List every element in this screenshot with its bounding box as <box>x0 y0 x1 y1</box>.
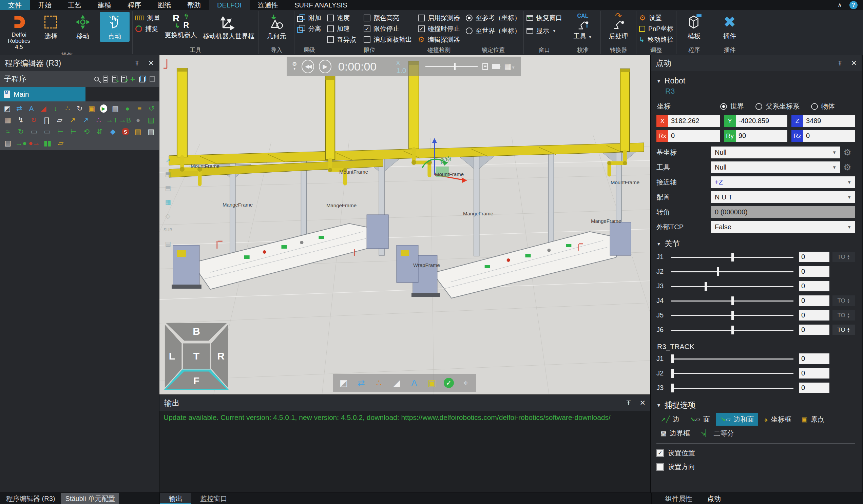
tab-program-editor[interactable]: 程序编辑器 (R3) <box>3 494 58 503</box>
cube-view-icon[interactable]: ◇ <box>163 212 172 220</box>
add-program-icon[interactable]: + <box>130 76 135 83</box>
tree-item-main[interactable]: Main <box>0 87 86 101</box>
j5-to-spinner[interactable]: TO▲▼ <box>833 310 855 320</box>
layers-icon[interactable]: ▤ <box>163 170 172 178</box>
conveyor-icon[interactable]: ≡ <box>136 104 143 113</box>
speed-slider[interactable] <box>425 62 478 71</box>
message-panel-checkbox[interactable]: 消息面板输出 <box>364 35 412 45</box>
rewind-button[interactable]: ◀◀ <box>302 60 314 73</box>
snap-button[interactable]: 捕捉 <box>135 24 160 34</box>
j3-value[interactable]: 0 <box>799 281 829 291</box>
scene-3d[interactable] <box>160 55 650 394</box>
insert-down-icon[interactable]: ↓ <box>52 104 59 113</box>
grid-icon[interactable]: ▦ <box>3 116 12 125</box>
j6-value[interactable]: 0 <box>799 325 829 335</box>
help-icon[interactable]: ? <box>849 1 858 9</box>
settings-button[interactable]: ⚙设置 <box>639 13 673 23</box>
rz-field[interactable]: Rz0 <box>791 130 855 142</box>
postprocess-button[interactable]: ↷ 后处理 <box>603 12 633 42</box>
path-points-icon[interactable]: ∴ <box>64 104 72 113</box>
doc-icon[interactable]: ▤ <box>147 127 155 136</box>
select-mode-icon[interactable]: ◩ <box>338 377 349 389</box>
export-program-icon[interactable]: ↗ <box>121 76 126 83</box>
signal-out-icon[interactable]: ●→ <box>30 139 39 148</box>
path-arrow-icon[interactable]: ↗ <box>68 116 77 125</box>
calibration-tool-button[interactable]: CAL 工具 ▼ <box>568 12 598 42</box>
jog-button[interactable]: 点动 <box>100 12 129 42</box>
program-tree-empty-area[interactable] <box>0 150 159 492</box>
tab-staubli-config[interactable]: Stäubli 单元配置 <box>61 493 119 504</box>
output-message[interactable]: Update available. Current version: 4.5.0… <box>160 411 650 424</box>
swap-mode-icon[interactable]: ⇄ <box>355 377 367 389</box>
cycle-icon[interactable]: ↺ <box>148 104 155 113</box>
pin-icon[interactable]: Ŧ <box>627 399 631 407</box>
detach-button[interactable]: 分离 <box>297 24 321 34</box>
x-field[interactable]: X3182.262 <box>656 115 720 127</box>
template-button[interactable]: 模板 <box>679 12 709 42</box>
approach-dropdown[interactable]: +Z▼ <box>711 176 855 188</box>
text-edit-icon[interactable]: A <box>27 104 35 113</box>
pin-icon[interactable]: Ŧ <box>838 59 842 67</box>
playback-speed[interactable]: x 1.0 <box>396 58 410 75</box>
confirm-icon[interactable]: ✓ <box>444 378 454 388</box>
yellow-part-icon[interactable]: ▱ <box>56 139 65 148</box>
path-arrow-blue-icon[interactable]: ↗ <box>82 116 90 125</box>
joints-section-header[interactable]: ▼关节 <box>656 238 855 249</box>
play-button[interactable]: ▶ <box>319 60 332 73</box>
move-path-button[interactable]: ↳移动路径 <box>639 35 673 45</box>
expand-view-icon[interactable]: ↗ <box>163 156 172 164</box>
j2-slider[interactable] <box>671 264 793 279</box>
swap-robot-button[interactable]: R↰↳R 更换机器人 <box>162 12 199 40</box>
zigzag-icon[interactable]: ↯ <box>16 116 25 125</box>
edit-detector-button[interactable]: ⚙编辑探测器 <box>418 35 460 45</box>
y-field[interactable]: Y-4020.859 <box>724 115 787 127</box>
viewport-3d[interactable]: MountFrame MangeFrame MountFrame MangeFr… <box>160 55 650 394</box>
restore-window-button[interactable]: ↖恢复窗口 <box>526 13 562 23</box>
rotate-icon[interactable]: ↻ <box>76 104 84 113</box>
snap-edge-and-face[interactable]: ↘▱边和面 <box>716 413 758 426</box>
pin-icon[interactable]: Ŧ <box>135 59 139 67</box>
rotate-red-icon[interactable]: ↻ <box>29 116 38 125</box>
menu-tab-connectivity[interactable]: 连通性 <box>250 0 286 10</box>
j3-slider[interactable] <box>671 279 793 293</box>
measure-button[interactable]: 测量 <box>135 13 160 23</box>
print-icon[interactable]: ▤ <box>3 139 12 148</box>
record-icon[interactable]: ● <box>124 104 131 113</box>
replace-icon[interactable]: ⇄ <box>16 104 23 113</box>
snap-face[interactable]: ↘▱面 <box>686 413 714 426</box>
coord-world-radio[interactable]: 世界 <box>720 102 744 111</box>
snap-bisect[interactable]: ↘▏二等分 <box>696 427 738 440</box>
j1-to-spinner[interactable]: TO▲▼ <box>833 252 855 262</box>
film-icon[interactable]: ▦▼ <box>504 62 515 71</box>
set-position-checkbox[interactable]: ✓ 设置位置 <box>656 449 855 457</box>
track-j1-value[interactable]: 0 <box>799 353 829 364</box>
tab-component-properties[interactable]: 组件属性 <box>665 494 692 503</box>
transform-mode-icon[interactable]: ▣ <box>426 377 438 389</box>
base-gear-icon[interactable]: ⚙ <box>840 147 855 158</box>
config-dropdown[interactable]: N U T▼ <box>711 191 855 203</box>
j4-value[interactable]: 0 <box>799 295 829 306</box>
tcp-dropdown[interactable]: False▼ <box>711 221 855 233</box>
tab-monitor-window[interactable]: 监控窗口 <box>191 493 236 504</box>
close-icon[interactable]: ✕ <box>639 399 646 407</box>
import-program-icon[interactable]: ↘ <box>112 76 117 83</box>
refresh-icon[interactable]: ⇵ <box>95 127 104 136</box>
color-highlight-checkbox[interactable]: 颜色高亮 <box>364 13 412 23</box>
tab-jog[interactable]: 点动 <box>707 494 721 503</box>
wait-icon[interactable]: ◆ <box>109 127 117 136</box>
select-button[interactable]: 选择 <box>36 12 66 42</box>
menu-tab-start[interactable]: 开始 <box>30 0 60 10</box>
ribbon-collapse-icon[interactable]: ∧ <box>838 1 842 9</box>
geometry-button[interactable]: 几何元 <box>262 12 291 42</box>
playback-settings-icon[interactable]: ⚙▼ <box>292 62 297 71</box>
snap-options-header[interactable]: ▼捕捉选项 <box>656 400 855 411</box>
tool-dropdown[interactable]: Null▼ <box>711 162 840 173</box>
select-statement-icon[interactable]: ◩ <box>3 104 11 113</box>
branch-icon[interactable]: ⊢ <box>56 127 65 136</box>
folder-icon[interactable]: ▱ <box>55 116 64 125</box>
snap-frame[interactable]: ⚹坐标框 <box>760 413 795 426</box>
chart-icon[interactable]: ▮▮ <box>43 139 52 148</box>
tool-gear-icon[interactable]: ⚙ <box>840 162 855 173</box>
branch2-icon[interactable]: ⊢ <box>69 127 78 136</box>
path-mode-icon[interactable]: ∴ <box>373 377 385 389</box>
